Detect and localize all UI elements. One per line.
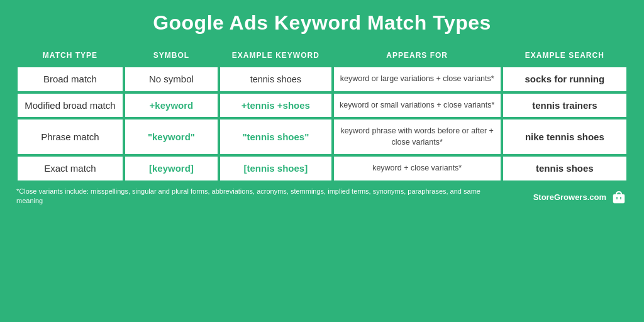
table-row: Exact match[keyword][tennis shoes]keywor… — [18, 157, 626, 180]
table-container: MATCH TYPE SYMBOL EXAMPLE KEYWORD APPEAR… — [15, 43, 629, 183]
footnote: *Close variants include: misspellings, s… — [16, 187, 507, 206]
table-row: Phrase match"keyword""tennis shoes"keywo… — [18, 119, 626, 154]
cell-symbol: No symbol — [125, 67, 218, 91]
cell-symbol: "keyword" — [125, 119, 218, 154]
header-appears-for: APPEARS FOR — [334, 46, 501, 65]
page-wrapper: Google Ads Keyword Match Types MATCH TYP… — [0, 0, 644, 322]
cell-match-type: Exact match — [18, 157, 123, 180]
cell-example-search: tennis shoes — [503, 157, 626, 180]
cell-example-keyword: "tennis shoes" — [220, 119, 331, 154]
cell-example-keyword: tennis shoes — [220, 67, 331, 91]
cell-symbol: [keyword] — [125, 157, 218, 180]
bag-icon — [610, 188, 628, 206]
cell-example-search: tennis trainers — [503, 94, 626, 118]
header-match-type: MATCH TYPE — [18, 46, 123, 65]
cell-appears-for: keyword or small variations + close vari… — [334, 94, 501, 118]
header-example-search: EXAMPLE SEARCH — [503, 46, 626, 65]
cell-match-type: Broad match — [18, 67, 123, 91]
cell-example-keyword: [tennis shoes] — [220, 157, 331, 180]
cell-example-search: nike tennis shoes — [503, 119, 626, 154]
page-title: Google Ads Keyword Match Types — [153, 11, 491, 35]
cell-appears-for: keyword + close variants* — [334, 157, 501, 180]
cell-appears-for: keyword phrase with words before or afte… — [334, 119, 501, 154]
cell-match-type: Phrase match — [18, 119, 123, 154]
header-example-keyword: EXAMPLE KEYWORD — [220, 46, 331, 65]
match-types-table: MATCH TYPE SYMBOL EXAMPLE KEYWORD APPEAR… — [15, 43, 629, 183]
cell-example-search: socks for running — [503, 67, 626, 91]
table-row: Broad matchNo symboltennis shoeskeyword … — [18, 67, 626, 91]
svg-rect-0 — [613, 194, 625, 203]
branding: StoreGrowers.com — [533, 188, 628, 206]
cell-match-type: Modified broad match — [18, 94, 123, 118]
cell-symbol: +keyword — [125, 94, 218, 118]
cell-appears-for: keyword or large variations + close vari… — [334, 67, 501, 91]
header-symbol: SYMBOL — [125, 46, 218, 65]
footer: *Close variants include: misspellings, s… — [15, 187, 629, 206]
branding-text: StoreGrowers.com — [533, 192, 606, 202]
table-row: Modified broad match+keyword+tennis +sho… — [18, 94, 626, 118]
cell-example-keyword: +tennis +shoes — [220, 94, 331, 118]
